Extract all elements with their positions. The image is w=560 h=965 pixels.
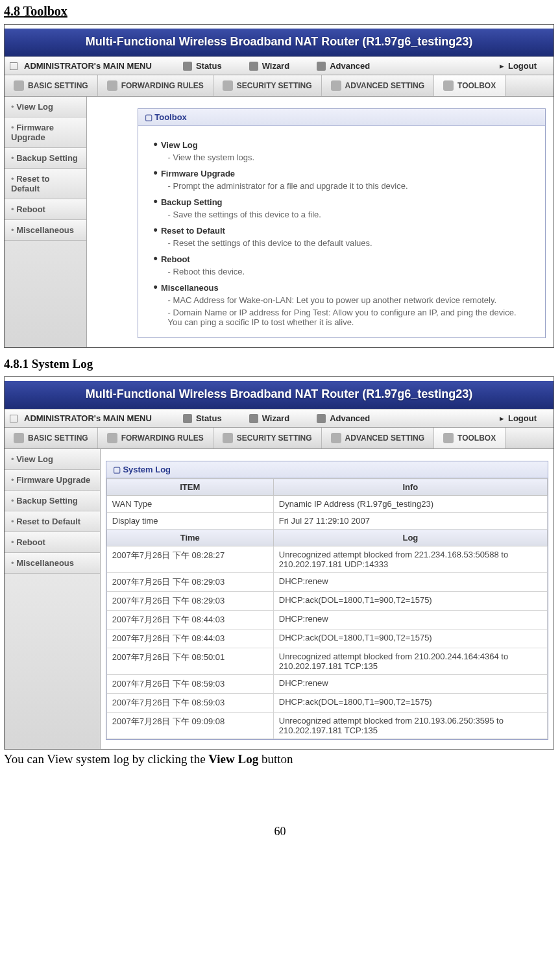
tab-basic[interactable]: BASIC SETTING — [5, 75, 98, 96]
table-row: 2007年7月26日 下午 09:09:08Unrecognized attem… — [106, 713, 547, 739]
systemlog-table: ITEM Info WAN TypeDynamic IP Address (R1… — [106, 478, 548, 739]
sidebar-item-miscellaneous[interactable]: Miscellaneous — [5, 220, 86, 241]
feature-title: Firmware Upgrade — [154, 169, 235, 178]
table-row: 2007年7月26日 下午 08:29:03DHCP:ack(DOL=1800,… — [106, 592, 547, 611]
menu-wizard[interactable]: Wizard — [237, 60, 302, 72]
menu-advanced-label-2: Advanced — [330, 413, 370, 423]
feature-desc: Save the settings of this device to a fi… — [168, 210, 532, 219]
systemlog-box-title: System Log — [106, 461, 548, 478]
feature-item: Reboot — [154, 254, 532, 264]
feature-title: View Log — [154, 140, 198, 150]
cell-time: 2007年7月26日 下午 08:29:03 — [106, 573, 273, 592]
tab-forwarding-label: FORWARDING RULES — [121, 81, 204, 90]
cell-item: WAN Type — [106, 496, 273, 513]
wizard-icon — [249, 414, 258, 423]
cell-log: DHCP:ack(DOL=1800,T1=900,T2=1575) — [273, 694, 547, 713]
tab-toolbox[interactable]: TOOLBOX — [434, 75, 505, 96]
tab-toolbox-label-2: TOOLBOX — [457, 434, 496, 443]
toolbox-screenshot: Multi-Functional Wireless Broadband NAT … — [4, 24, 554, 348]
feature-title: Miscellaneous — [154, 283, 219, 293]
square-icon — [10, 62, 18, 70]
sidebar: View Log Firmware Upgrade Backup Setting… — [5, 97, 87, 347]
sidebar-item-backup-setting-2[interactable]: Backup Setting — [5, 491, 100, 511]
cell-time: 2007年7月26日 下午 08:29:03 — [106, 592, 273, 611]
feature-desc: Reboot this device. — [168, 267, 532, 276]
tab-advanced-setting-2[interactable]: ADVANCED SETTING — [322, 428, 434, 448]
tab-bar-2: BASIC SETTING FORWARDING RULES SECURITY … — [5, 428, 554, 449]
subsection-heading: 4.8.1 System Log — [4, 357, 556, 371]
forwarding-icon — [107, 433, 117, 443]
tab-basic-label: BASIC SETTING — [28, 81, 88, 90]
table-row: 2007年7月26日 下午 08:29:03DHCP:renew — [106, 573, 547, 592]
cell-info: Dynamic IP Address (R1.97g6_testing23) — [273, 496, 547, 513]
menu-advanced-label: Advanced — [330, 61, 370, 71]
advanced-icon — [317, 62, 326, 71]
th-info: Info — [273, 479, 547, 496]
menu-wizard-label-2: Wizard — [262, 413, 290, 423]
menu-logout[interactable]: Logout — [488, 60, 548, 72]
menu-status-2[interactable]: Status — [171, 412, 234, 424]
cell-time: 2007年7月26日 下午 08:50:01 — [106, 648, 273, 675]
feature-item: Reset to Default — [154, 226, 532, 236]
cell-log: Unrecognized attempt blocked from 210.20… — [273, 648, 547, 675]
tab-advanced-setting-label: ADVANCED SETTING — [345, 81, 424, 90]
menu-logout-2[interactable]: Logout — [488, 412, 548, 424]
sidebar-item-view-log-2[interactable]: View Log — [5, 449, 100, 470]
cell-time: 2007年7月26日 下午 08:59:03 — [106, 694, 273, 713]
tab-basic-label-2: BASIC SETTING — [28, 434, 88, 443]
sidebar-item-reset-default-2[interactable]: Reset to Default — [5, 511, 100, 532]
tab-forwarding-label-2: FORWARDING RULES — [121, 434, 204, 443]
menu-advanced[interactable]: Advanced — [305, 60, 382, 72]
cell-time: 2007年7月26日 下午 09:09:08 — [106, 713, 273, 739]
sidebar-item-view-log[interactable]: View Log — [5, 97, 86, 117]
menu-advanced-2[interactable]: Advanced — [305, 412, 382, 424]
tab-forwarding[interactable]: FORWARDING RULES — [98, 75, 213, 96]
advanced-setting-icon — [331, 433, 341, 443]
advanced-icon — [317, 414, 326, 423]
feature-title: Reboot — [154, 254, 190, 264]
toolbox-icon — [443, 80, 454, 91]
tab-security-2[interactable]: SECURITY SETTING — [213, 428, 322, 448]
th-log: Log — [273, 530, 547, 546]
tab-security[interactable]: SECURITY SETTING — [213, 75, 322, 96]
cell-info: Fri Jul 27 11:29:10 2007 — [273, 513, 547, 530]
cell-time: 2007年7月26日 下午 08:59:03 — [106, 675, 273, 694]
menu-status[interactable]: Status — [171, 60, 234, 72]
feature-desc: Reset the settings of this device to the… — [168, 238, 532, 248]
cell-log: Unrecognized attempt blocked from 210.19… — [273, 713, 547, 739]
cell-log: DHCP:ack(DOL=1800,T1=900,T2=1575) — [273, 629, 547, 648]
sidebar-item-firmware-upgrade-2[interactable]: Firmware Upgrade — [5, 470, 100, 491]
cell-time: 2007年7月26日 下午 08:28:27 — [106, 546, 273, 573]
wizard-icon — [249, 62, 258, 71]
admin-label-2: ADMINISTRATOR's MAIN MENU — [24, 413, 152, 423]
title-bar: Multi-Functional Wireless Broadband NAT … — [5, 25, 554, 56]
caption-pre: You can View system log by clicking the — [4, 752, 208, 766]
table-row: 2007年7月26日 下午 08:50:01Unrecognized attem… — [106, 648, 547, 675]
menu-wizard-2[interactable]: Wizard — [237, 412, 302, 424]
tab-toolbox-2[interactable]: TOOLBOX — [434, 428, 505, 448]
advanced-setting-icon — [331, 80, 341, 91]
tab-advanced-setting[interactable]: ADVANCED SETTING — [322, 75, 434, 96]
sidebar-item-firmware-upgrade[interactable]: Firmware Upgrade — [5, 117, 86, 148]
tab-basic-2[interactable]: BASIC SETTING — [5, 428, 98, 448]
tab-forwarding-2[interactable]: FORWARDING RULES — [98, 428, 213, 448]
sidebar-item-reset-default[interactable]: Reset to Default — [5, 169, 86, 199]
sidebar-item-backup-setting[interactable]: Backup Setting — [5, 148, 86, 169]
square-icon — [10, 415, 18, 422]
feature-item: View Log — [154, 140, 532, 150]
toolbox-content-box: Toolbox View LogView the system logs.Fir… — [138, 108, 546, 338]
sidebar-item-miscellaneous-2[interactable]: Miscellaneous — [5, 553, 100, 574]
feature-desc: Prompt the administrator for a file and … — [168, 181, 532, 191]
caption-strong: View Log — [208, 752, 258, 766]
sidebar-item-reboot[interactable]: Reboot — [5, 199, 86, 220]
feature-title: Reset to Default — [154, 226, 225, 236]
cell-item: Display time — [106, 513, 273, 530]
feature-desc: Domain Name or IP address for Ping Test:… — [168, 308, 532, 327]
toolbox-icon — [443, 433, 454, 443]
tab-security-label-2: SECURITY SETTING — [237, 434, 312, 443]
sidebar-item-reboot-2[interactable]: Reboot — [5, 532, 100, 553]
caption-post: button — [258, 752, 293, 766]
table-row: 2007年7月26日 下午 08:59:03DHCP:renew — [106, 675, 547, 694]
basic-icon — [14, 80, 24, 91]
tab-advanced-setting-label-2: ADVANCED SETTING — [345, 434, 424, 443]
